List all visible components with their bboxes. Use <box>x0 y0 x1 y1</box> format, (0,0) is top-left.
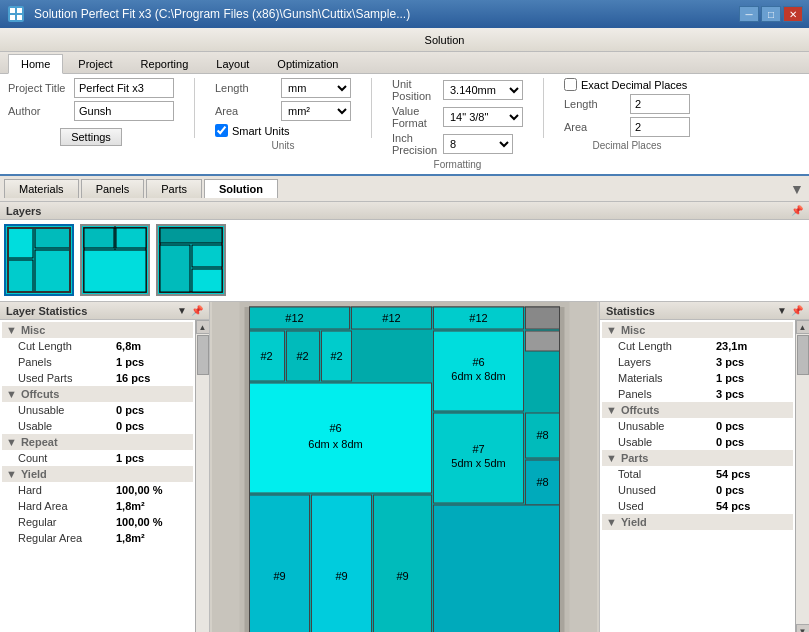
close-button[interactable]: ✕ <box>783 6 803 22</box>
r-stats-section-misc[interactable]: ▼ Misc <box>602 322 793 338</box>
stats-section-offcuts[interactable]: ▼ Offcuts <box>2 386 193 402</box>
svg-rect-21 <box>192 245 222 267</box>
settings-button[interactable]: Settings <box>60 128 122 146</box>
exact-decimal-label: Exact Decimal Places <box>581 79 687 91</box>
stats-section-repeat[interactable]: ▼ Repeat <box>2 434 193 450</box>
smart-units-checkbox[interactable] <box>215 124 228 137</box>
area-select[interactable]: mm² cm² m² <box>281 101 351 121</box>
minimize-button[interactable]: ─ <box>739 6 759 22</box>
hard-val: 100,00 % <box>116 484 162 496</box>
r-stats-section-yield[interactable]: ▼ Yield <box>602 514 793 530</box>
length-dp-input[interactable] <box>630 94 690 114</box>
svg-rect-22 <box>192 269 222 292</box>
inch-precision-label: Inch Precision <box>392 132 437 156</box>
layer-stats-dropdown[interactable]: ▼ <box>177 305 187 316</box>
svg-text:#9: #9 <box>335 570 347 582</box>
layer-thumb-2[interactable] <box>80 224 150 296</box>
r-stat-panels: Panels 3 pcs <box>602 386 793 402</box>
tab-end-button[interactable]: ▼ <box>789 181 805 197</box>
project-title-input[interactable] <box>74 78 174 98</box>
svg-rect-6 <box>8 228 33 258</box>
right-stats-dropdown[interactable]: ▼ <box>777 305 787 316</box>
cut-length-key: Cut Length <box>18 340 108 352</box>
r-cut-length-val: 23,1m <box>716 340 747 352</box>
ribbon-tab-optimization[interactable]: Optimization <box>264 54 351 73</box>
ribbon-tab-home[interactable]: Home <box>8 54 63 74</box>
unit-position-select[interactable]: 3.140mm <box>443 80 523 100</box>
maximize-button[interactable]: □ <box>761 6 781 22</box>
ribbon-tab-layout[interactable]: Layout <box>203 54 262 73</box>
r-scroll-up[interactable]: ▲ <box>796 320 810 334</box>
stat-panels: Panels 1 pcs <box>2 354 193 370</box>
layer-stats-pin[interactable]: 📌 <box>191 305 203 316</box>
scroll-thumb[interactable] <box>197 335 209 375</box>
svg-rect-33 <box>526 331 560 351</box>
hard-area-key: Hard Area <box>18 500 108 512</box>
stat-cut-length: Cut Length 6,8m <box>2 338 193 354</box>
stat-used-parts: Used Parts 16 pcs <box>2 370 193 386</box>
units-group: Length mm cm m Area mm² cm² m² Smart Uni… <box>215 78 351 151</box>
r-total-val: 54 pcs <box>716 468 750 480</box>
unusable-val: 0 pcs <box>116 404 144 416</box>
svg-rect-1 <box>10 8 15 13</box>
value-format-select[interactable]: 14" 3/8" <box>443 107 523 127</box>
layers-pin[interactable]: 📌 <box>791 205 803 216</box>
right-stats-scrollbar[interactable]: ▲ ▼ <box>795 320 809 632</box>
r-misc-label: Misc <box>621 324 645 336</box>
length-select[interactable]: mm cm m <box>281 78 351 98</box>
length-label: Length <box>215 82 275 94</box>
svg-rect-14 <box>116 228 146 248</box>
r-scroll-thumb[interactable] <box>797 335 809 375</box>
ribbon-tab-reporting[interactable]: Reporting <box>128 54 202 73</box>
inch-precision-select[interactable]: 8 <box>443 134 513 154</box>
tab-parts[interactable]: Parts <box>146 179 202 198</box>
tab-materials[interactable]: Materials <box>4 179 79 198</box>
regular-area-key: Regular Area <box>18 532 108 544</box>
formatting-group: Unit Position 3.140mm Value Format 14" 3… <box>392 78 523 170</box>
window-controls[interactable]: ─ □ ✕ <box>739 6 803 22</box>
r-stat-materials: Materials 1 pcs <box>602 370 793 386</box>
exact-decimal-checkbox[interactable] <box>564 78 577 91</box>
area-dp-input[interactable] <box>630 117 690 137</box>
right-stats-header: Statistics ▼ 📌 <box>600 302 809 320</box>
r-stats-section-offcuts[interactable]: ▼ Offcuts <box>602 402 793 418</box>
layer-stats-scrollbar[interactable]: ▲ ▼ <box>195 320 209 632</box>
svg-text:#2: #2 <box>260 350 272 362</box>
app-icon <box>6 4 26 24</box>
svg-text:6dm x 8dm: 6dm x 8dm <box>451 370 505 382</box>
r-stat-usable: Usable 0 pcs <box>602 434 793 450</box>
r-parts-label: Parts <box>621 452 649 464</box>
ribbon-tab-project[interactable]: Project <box>65 54 125 73</box>
length-dp-label: Length <box>564 98 624 110</box>
usable-key: Usable <box>18 420 108 432</box>
scroll-up[interactable]: ▲ <box>196 320 210 334</box>
offcuts-label: Offcuts <box>21 388 60 400</box>
layers-panel: Layers 📌 <box>0 202 809 302</box>
r-stats-section-parts[interactable]: ▼ Parts <box>602 450 793 466</box>
stats-section-misc[interactable]: ▼ Misc <box>2 322 193 338</box>
units-section-label: Units <box>272 140 295 151</box>
cutting-canvas[interactable]: #12 #12 #12 #2 #2 #2 #6 6dm x 8dm <box>212 302 597 632</box>
unit-position-label: Unit Position <box>392 78 437 102</box>
right-stats-pin[interactable]: 📌 <box>791 305 803 316</box>
tab-solution[interactable]: Solution <box>204 179 278 198</box>
window-title: Solution Perfect Fit x3 (C:\Program File… <box>34 7 739 21</box>
svg-rect-20 <box>160 245 190 292</box>
stat-unusable: Unusable 0 pcs <box>2 402 193 418</box>
r-scroll-down[interactable]: ▼ <box>796 624 810 632</box>
r-stat-cut-length: Cut Length 23,1m <box>602 338 793 354</box>
r-offcuts-icon: ▼ <box>606 404 617 416</box>
r-stat-total: Total 54 pcs <box>602 466 793 482</box>
stat-regular: Regular 100,00 % <box>2 514 193 530</box>
layer-thumb-3[interactable] <box>156 224 226 296</box>
layer-thumb-1[interactable] <box>4 224 74 296</box>
stats-section-yield[interactable]: ▼ Yield <box>2 466 193 482</box>
hard-area-val: 1,8m² <box>116 500 145 512</box>
svg-rect-53 <box>250 495 310 632</box>
repeat-collapse-icon: ▼ <box>6 436 17 448</box>
author-input[interactable] <box>74 101 174 121</box>
tab-panels[interactable]: Panels <box>81 179 145 198</box>
svg-text:#12: #12 <box>285 312 303 324</box>
regular-key: Regular <box>18 516 108 528</box>
svg-text:#12: #12 <box>469 312 487 324</box>
